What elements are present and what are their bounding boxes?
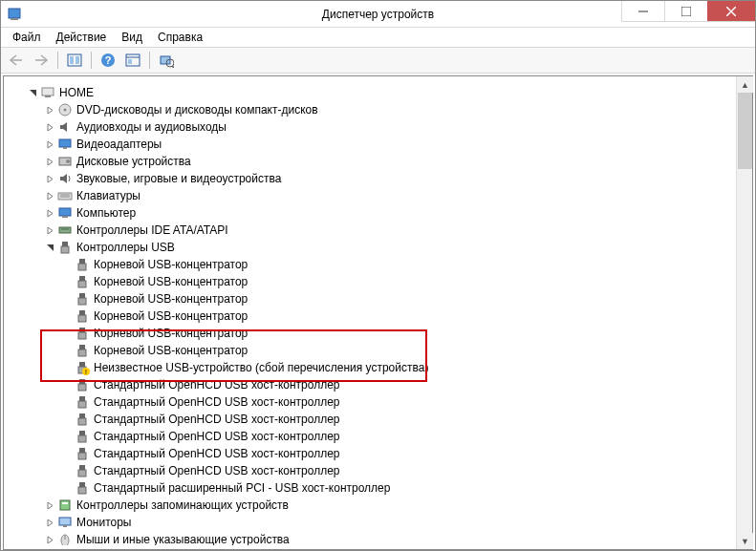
- usb-device-node[interactable]: Стандартный OpenHCD USB хост-контроллер: [11, 411, 745, 428]
- expander-closed-icon[interactable]: [44, 104, 55, 116]
- menu-action[interactable]: Действие: [49, 29, 115, 46]
- show-hidden-button[interactable]: [63, 50, 86, 71]
- usb-device-node[interactable]: Стандартный расширенный PCI - USB хост-к…: [11, 479, 745, 497]
- usb-device-node[interactable]: Стандартный OpenHCD USB хост-контроллер: [11, 462, 745, 479]
- node-label: Стандартный расширенный PCI - USB хост-к…: [94, 479, 390, 497]
- svg-text:!: !: [85, 369, 87, 375]
- svg-rect-42: [79, 310, 85, 315]
- node-label: Корневой USB-концентратор: [94, 256, 248, 273]
- usb-device-node[interactable]: Корневой USB-концентратор: [11, 256, 745, 273]
- usb-device-node[interactable]: !Неизвестное USB-устройство (сбой перечи…: [11, 359, 745, 376]
- expander-closed-icon[interactable]: [44, 499, 55, 511]
- close-button[interactable]: [707, 1, 755, 22]
- svg-rect-55: [78, 401, 86, 408]
- category-node[interactable]: DVD-дисководы и дисководы компакт-дисков: [11, 101, 745, 118]
- help-button[interactable]: ?: [97, 50, 119, 71]
- svg-line-18: [172, 66, 174, 68]
- node-label: Стандартный OpenHCD USB хост-контроллер: [94, 428, 340, 445]
- maximize-button[interactable]: [664, 1, 707, 22]
- node-label: Стандартный OpenHCD USB хост-контроллер: [94, 411, 340, 428]
- svg-rect-45: [78, 332, 86, 339]
- scrollbar[interactable]: ▲ ▼: [736, 76, 752, 549]
- usb-device-node[interactable]: Стандартный OpenHCD USB хост-контроллер: [11, 445, 745, 462]
- expander-closed-icon[interactable]: [44, 207, 55, 219]
- expander-closed-icon[interactable]: [44, 138, 55, 150]
- node-label: Неизвестное USB-устройство (сбой перечис…: [94, 359, 428, 376]
- svg-rect-65: [78, 487, 86, 494]
- storage-icon: [57, 498, 73, 513]
- expander-closed-icon[interactable]: [44, 156, 55, 167]
- svg-rect-69: [63, 525, 67, 527]
- category-node[interactable]: Мыши и иные указывающие устройства: [11, 531, 745, 545]
- svg-rect-58: [79, 431, 85, 435]
- usb-device-node[interactable]: Стандартный OpenHCD USB хост-контроллер: [11, 428, 745, 445]
- node-label: Корневой USB-концентратор: [94, 342, 248, 359]
- node-label: Аудиовходы и аудиовыходы: [76, 118, 227, 136]
- usb-device-node[interactable]: Корневой USB-концентратор: [11, 342, 745, 359]
- usb-device-icon: [75, 446, 90, 461]
- usb-device-node[interactable]: Стандартный OpenHCD USB хост-контроллер: [11, 393, 745, 411]
- usb-device-node[interactable]: Корневой USB-концентратор: [11, 307, 745, 325]
- category-node[interactable]: Компьютер: [11, 204, 745, 222]
- category-node[interactable]: Дисковые устройства: [11, 153, 745, 170]
- toolbar: ?: [1, 47, 755, 74]
- svg-rect-23: [59, 139, 71, 147]
- usb-device-icon: [75, 377, 90, 392]
- menu-file[interactable]: Файл: [5, 29, 49, 46]
- svg-point-22: [64, 109, 67, 112]
- usb-device-node[interactable]: Корневой USB-концентратор: [11, 273, 745, 290]
- expander-closed-icon[interactable]: [44, 534, 55, 545]
- category-node[interactable]: Контроллеры IDE ATA/ATAPI: [11, 222, 745, 239]
- svg-rect-52: [79, 379, 85, 384]
- expander-closed-icon[interactable]: [44, 173, 55, 184]
- properties-button[interactable]: [121, 50, 144, 71]
- svg-rect-16: [161, 56, 170, 64]
- minimize-button[interactable]: [621, 1, 664, 22]
- scroll-up-button[interactable]: ▲: [737, 76, 753, 93]
- window-controls: [621, 1, 755, 22]
- node-label: Корневой USB-концентратор: [94, 307, 248, 325]
- scroll-thumb[interactable]: [738, 93, 752, 169]
- category-node[interactable]: Аудиовходы и аудиовыходы: [11, 118, 745, 136]
- category-node[interactable]: Видеоадаптеры: [11, 136, 745, 153]
- back-button: [5, 50, 28, 71]
- scan-hardware-button[interactable]: [155, 50, 178, 71]
- usb-device-node[interactable]: Корневой USB-концентратор: [11, 325, 745, 342]
- svg-rect-15: [128, 59, 132, 64]
- device-tree[interactable]: HOMEDVD-дисководы и дисководы компакт-ди…: [8, 80, 748, 545]
- svg-rect-3: [681, 7, 691, 16]
- computer-icon: [57, 205, 73, 221]
- svg-rect-59: [78, 435, 86, 442]
- audio-icon: [57, 119, 73, 135]
- expander-open-icon[interactable]: [27, 87, 38, 98]
- category-node[interactable]: Мониторы: [11, 514, 745, 531]
- menu-help[interactable]: Справка: [150, 29, 210, 46]
- menu-view[interactable]: Вид: [114, 29, 150, 46]
- usb-device-node[interactable]: Стандартный OpenHCD USB хост-контроллер: [11, 376, 745, 393]
- svg-rect-20: [45, 95, 51, 97]
- tree-root[interactable]: HOME: [11, 84, 745, 101]
- svg-rect-40: [79, 293, 85, 298]
- forward-button: [30, 50, 53, 71]
- category-node[interactable]: Контроллеры запоминающих устройств: [11, 497, 745, 514]
- node-label: Клавиатуры: [76, 187, 140, 204]
- usb-controllers-node[interactable]: Контроллеры USB: [11, 239, 745, 256]
- svg-rect-57: [78, 418, 86, 425]
- titlebar: Диспетчер устройств: [1, 1, 755, 28]
- expander-closed-icon[interactable]: [44, 190, 55, 201]
- expander-open-icon[interactable]: [44, 242, 55, 253]
- svg-rect-39: [78, 281, 86, 287]
- expander-closed-icon[interactable]: [44, 121, 55, 133]
- svg-rect-30: [59, 208, 71, 216]
- usb-device-icon: [75, 308, 90, 324]
- expander-closed-icon[interactable]: [44, 224, 55, 236]
- svg-rect-67: [62, 502, 68, 504]
- expander-closed-icon[interactable]: [44, 517, 55, 528]
- svg-rect-47: [78, 350, 86, 356]
- category-node[interactable]: Клавиатуры: [11, 187, 745, 204]
- svg-rect-0: [9, 9, 20, 18]
- usb-device-node[interactable]: Корневой USB-концентратор: [11, 290, 745, 307]
- scroll-down-button[interactable]: ▼: [737, 533, 753, 549]
- category-node[interactable]: Звуковые, игровые и видеоустройства: [11, 170, 745, 187]
- usb-device-icon: !: [75, 360, 90, 375]
